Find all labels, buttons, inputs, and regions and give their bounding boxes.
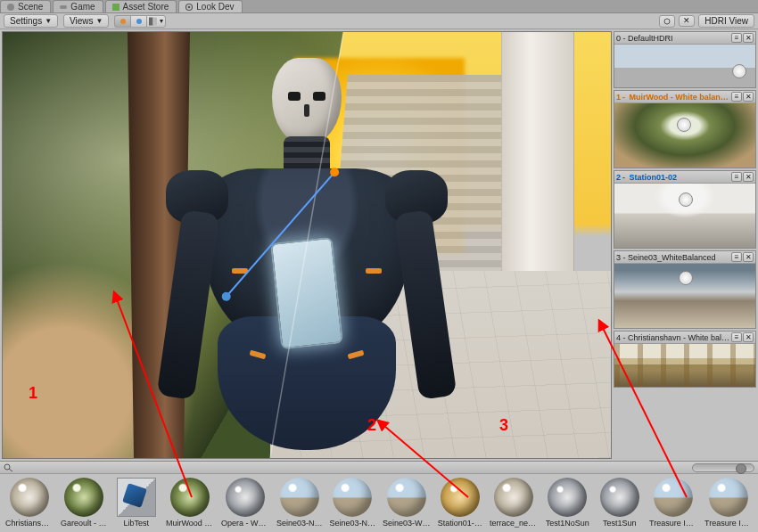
chevron-down-icon: ▼ [96, 17, 103, 25]
asset-label: LibTest [124, 519, 150, 528]
lookdev-viewport[interactable] [2, 31, 612, 459]
hdri-thumbnail [614, 103, 755, 168]
asset-item[interactable]: Treasure Is… [649, 478, 697, 528]
asset-label: Treasure Is… [649, 519, 697, 528]
hdri-thumbnail [614, 264, 755, 328]
tab-asset-store[interactable]: Asset Store [105, 0, 177, 12]
asset-item[interactable]: Seine03-W… [383, 478, 431, 528]
scene-icon [6, 3, 15, 12]
asset-browser-toolbar [0, 462, 758, 474]
svg-rect-2 [112, 4, 119, 11]
viewport-container: 1 2 3 [0, 29, 614, 461]
view-1-button[interactable] [114, 15, 130, 28]
asset-item[interactable]: Treasure Is… [704, 478, 753, 528]
hdri-view-button[interactable]: HDRI View [698, 14, 754, 28]
hdri-options-button[interactable]: ≡ [731, 252, 742, 262]
hdri-slot-4[interactable]: 4 - Christianshavn - White balanced ≡ ✕ [614, 331, 756, 388]
hdri-slot-1[interactable]: 1 - MuirWood - White balanced ≡ ✕ [614, 90, 756, 168]
hdri-close-button[interactable]: ✕ [743, 252, 754, 262]
game-icon [59, 3, 68, 12]
tab-label: Asset Store [123, 2, 169, 12]
hdri-close-button[interactable]: ✕ [743, 33, 754, 43]
window-tab-bar: Scene Game Asset Store Look Dev [0, 0, 758, 13]
tab-label: Scene [18, 2, 43, 12]
asset-item[interactable]: Test1NoSun [545, 478, 589, 528]
hdri-slot-0[interactable]: 0 - DefaultHDRI ≡ ✕ [614, 31, 756, 88]
asset-label: Station01-… [438, 519, 482, 528]
pillar [501, 32, 574, 296]
close-icon: ✕ [683, 17, 690, 25]
asset-item[interactable]: Seine03-N… [276, 478, 323, 528]
asset-item[interactable]: LibTest [114, 478, 159, 528]
split-icon [149, 17, 157, 26]
asset-item[interactable]: Christiansh… [5, 478, 54, 528]
unity-cube-icon [117, 478, 156, 517]
hdri-slot-3[interactable]: 3 - Seine03_WhiteBalanced ≡ ✕ [614, 250, 756, 329]
tab-label: Game [70, 2, 95, 12]
hdri-title: Christianshavn - White balanced [628, 333, 731, 342]
lookdev-toolbar: Settings ▼ Views ▼ ▾ ✕ HDRI View [0, 13, 758, 29]
views-label: Views [70, 16, 94, 26]
hdri-title: MuirWood - White balanced [630, 93, 729, 102]
hdri-close-button[interactable]: ✕ [743, 172, 754, 182]
asset-item[interactable]: MuirWood - … [166, 478, 214, 528]
svg-point-0 [7, 4, 14, 11]
annotation-2: 2 [367, 416, 376, 435]
annotation-3: 3 [499, 416, 508, 435]
hdri-close-button[interactable]: ✕ [743, 332, 754, 342]
main-area: 1 2 3 0 - DefaultHDRI ≡ ✕ 1 - MuirWood -… [0, 29, 758, 461]
circle-dot-icon [119, 17, 128, 26]
svg-rect-8 [153, 17, 158, 25]
hdri-options-button[interactable]: ≡ [731, 33, 742, 43]
asset-item[interactable]: Station01-… [438, 478, 482, 528]
asset-label: Seine03-N… [330, 519, 376, 528]
view-2-button[interactable] [130, 15, 146, 28]
settings-dropdown[interactable]: Settings ▼ [4, 14, 58, 28]
svg-point-6 [136, 19, 142, 24]
svg-point-4 [188, 5, 191, 8]
svg-point-5 [120, 19, 126, 24]
tab-game[interactable]: Game [53, 0, 103, 12]
thumbnail-size-slider[interactable] [692, 463, 754, 472]
chevron-down-icon: ▾ [160, 17, 163, 25]
asset-label: Christiansh… [5, 519, 54, 528]
settings-label: Settings [10, 16, 42, 26]
asset-item[interactable]: terrace_nea… [490, 478, 538, 528]
asset-grid: Christiansh… Gareoult - … LibTest MuirWo… [0, 474, 758, 532]
sun-gizmo-icon [677, 118, 691, 132]
split-mode-dropdown[interactable]: ▾ [146, 15, 166, 28]
hdri-close-button[interactable]: ✕ [743, 92, 754, 102]
chevron-down-icon: ▼ [45, 17, 52, 25]
sun-gizmo-icon [679, 271, 693, 285]
asset-store-icon [111, 3, 120, 12]
hdri-thumbnail [614, 344, 755, 387]
sync-toggle-button[interactable] [659, 15, 675, 28]
sun-gizmo-icon [679, 192, 693, 207]
hdri-view-label: HDRI View [704, 16, 748, 26]
hdri-side-panel: 0 - DefaultHDRI ≡ ✕ 1 - MuirWood - White… [614, 29, 758, 461]
hdri-title: DefaultHDRI [628, 34, 731, 43]
tab-look-dev[interactable]: Look Dev [178, 0, 242, 12]
look-dev-icon [185, 3, 194, 12]
asset-item[interactable]: Test1Sun [597, 478, 642, 528]
asset-label: Gareoult - … [61, 519, 107, 528]
search-icon[interactable] [4, 463, 14, 472]
asset-item[interactable]: Seine03-N… [330, 478, 376, 528]
views-dropdown[interactable]: Views ▼ [63, 14, 109, 28]
annotation-1: 1 [29, 384, 37, 403]
tab-scene[interactable]: Scene [0, 0, 51, 12]
asset-label: Treasure Is… [704, 519, 753, 528]
hdri-slot-2[interactable]: 2 - Station01-02 ≡ ✕ [614, 170, 756, 249]
asset-item[interactable]: Opera - Whi… [221, 478, 269, 528]
sun-gizmo-icon [732, 64, 746, 78]
hdri-options-button[interactable]: ≡ [731, 92, 742, 102]
asset-item[interactable]: Gareoult - … [61, 478, 107, 528]
asset-label: Seine03-N… [276, 519, 323, 528]
floor [270, 271, 611, 458]
asset-label: terrace_nea… [490, 519, 538, 528]
hdri-options-button[interactable]: ≡ [731, 332, 742, 342]
link-icon [663, 17, 671, 26]
hdri-options-button[interactable]: ≡ [731, 172, 742, 182]
svg-point-11 [4, 464, 10, 470]
expand-toggle-button[interactable]: ✕ [679, 15, 695, 27]
